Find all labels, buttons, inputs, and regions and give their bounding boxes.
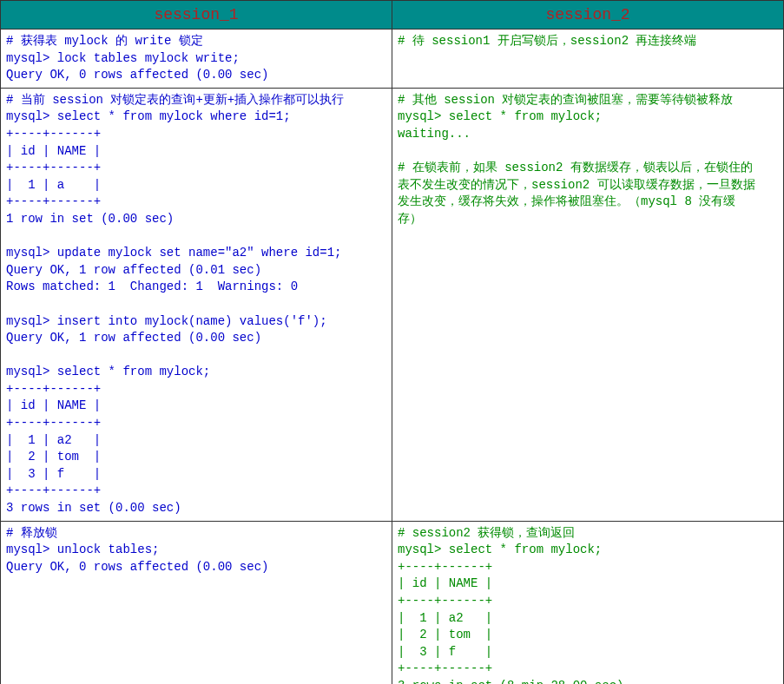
cell-left-1: # 当前 session 对锁定表的查询+更新+插入操作都可以执行 mysql>… [1, 88, 392, 521]
table-row: # 获得表 mylock 的 write 锁定 mysql> lock tabl… [1, 30, 784, 89]
code-block: # 获得表 mylock 的 write 锁定 mysql> lock tabl… [6, 33, 386, 84]
code-block: # 释放锁 mysql> unlock tables; Query OK, 0 … [6, 525, 386, 576]
code-block: # 待 session1 开启写锁后，session2 再连接终端 [398, 33, 778, 50]
cell-left-0: # 获得表 mylock 的 write 锁定 mysql> lock tabl… [1, 30, 392, 89]
code-block: # session2 获得锁，查询返回 mysql> select * from… [398, 525, 778, 684]
session-comparison-table: session_1 session_2 # 获得表 mylock 的 write… [0, 0, 784, 684]
cell-right-0: # 待 session1 开启写锁后，session2 再连接终端 [392, 30, 784, 89]
table-row: # 释放锁 mysql> unlock tables; Query OK, 0 … [1, 521, 784, 684]
code-block: # 当前 session 对锁定表的查询+更新+插入操作都可以执行 mysql>… [6, 92, 386, 517]
cell-right-2: # session2 获得锁，查询返回 mysql> select * from… [392, 521, 784, 684]
table-row: # 当前 session 对锁定表的查询+更新+插入操作都可以执行 mysql>… [1, 88, 784, 521]
cell-right-1: # 其他 session 对锁定表的查询被阻塞，需要等待锁被释放 mysql> … [392, 88, 784, 521]
cell-left-2: # 释放锁 mysql> unlock tables; Query OK, 0 … [1, 521, 392, 684]
code-block: # 其他 session 对锁定表的查询被阻塞，需要等待锁被释放 mysql> … [398, 92, 778, 228]
header-row: session_1 session_2 [1, 1, 784, 30]
header-left: session_1 [1, 1, 392, 30]
header-right: session_2 [392, 1, 784, 30]
